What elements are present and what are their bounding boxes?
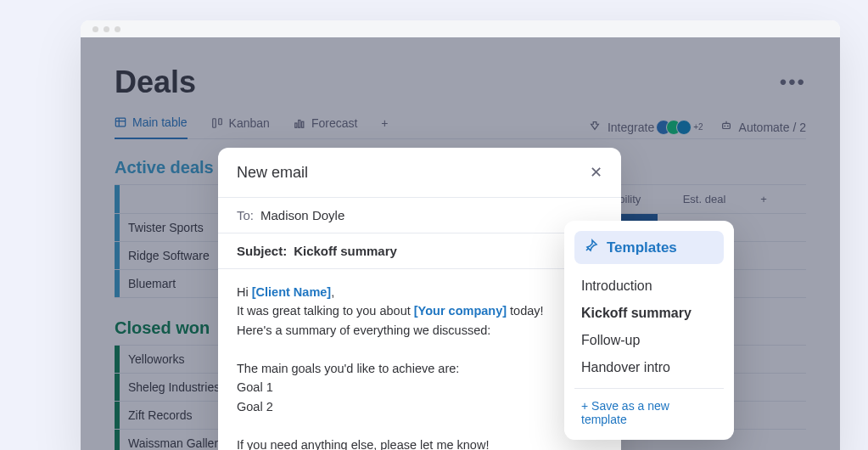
template-item[interactable]: Introduction: [574, 273, 724, 300]
templates-header[interactable]: Templates: [574, 231, 724, 264]
divider: [574, 388, 724, 389]
subject-label: Subject:: [237, 244, 287, 258]
body-text: Hi: [237, 285, 252, 299]
svg-rect-8: [722, 123, 730, 128]
to-value: Madison Doyle: [260, 208, 344, 222]
window-dot: [115, 26, 120, 32]
body-text: The main goals you'd like to achieve are…: [237, 362, 459, 375]
integrate-avatars: +2: [661, 120, 703, 135]
add-column-button[interactable]: +: [751, 185, 776, 213]
templates-panel: Templates Introduction Kickoff summary F…: [564, 221, 734, 440]
more-menu-button[interactable]: •••: [780, 70, 806, 94]
integrate-label: Integrate: [608, 121, 654, 134]
body-text: It was great talking to you about: [237, 304, 414, 318]
svg-line-12: [586, 248, 589, 250]
svg-rect-3: [212, 118, 216, 127]
window-dot: [92, 26, 98, 32]
page-title: Deals: [115, 65, 196, 100]
automate-button[interactable]: Automate / 2: [720, 120, 806, 134]
svg-rect-4: [218, 118, 221, 124]
tab-label: Forecast: [311, 116, 357, 130]
pin-icon: [585, 239, 598, 256]
body-text: ,: [331, 285, 334, 299]
window-dot: [104, 26, 109, 32]
template-item[interactable]: Follow-up: [574, 327, 724, 354]
svg-point-10: [726, 126, 728, 127]
templates-title: Templates: [607, 239, 677, 256]
tab-label: Kanban: [229, 116, 270, 130]
svg-rect-5: [295, 123, 297, 127]
kanban-icon: [211, 117, 223, 129]
tab-label: Main table: [132, 115, 188, 129]
svg-rect-7: [302, 121, 304, 127]
body-text: If you need anything else, please let me…: [237, 438, 489, 450]
email-modal-header: New email ✕: [218, 148, 621, 198]
email-body[interactable]: Hi [Client Name], It was great talking t…: [218, 269, 621, 450]
page-header: Deals •••: [115, 65, 806, 100]
body-text: Goal 2: [237, 400, 273, 413]
tabs-row: Main table Kanban Forecast +: [115, 115, 806, 139]
chart-icon: [294, 117, 305, 129]
avatar: [676, 120, 692, 135]
template-item[interactable]: Kickoff summary: [574, 300, 724, 327]
table-icon: [115, 116, 126, 128]
svg-rect-6: [299, 120, 300, 127]
add-tab-button[interactable]: +: [381, 116, 388, 138]
new-email-modal: New email ✕ To: Madison Doyle Subject: K…: [218, 148, 621, 450]
subject-value: Kickoff summary: [294, 244, 397, 258]
svg-rect-0: [115, 118, 125, 127]
integrate-icon: [589, 120, 601, 134]
template-item[interactable]: Handover intro: [574, 354, 724, 381]
placeholder-client-name: [Client Name]: [252, 285, 331, 299]
window-titlebar: [81, 20, 840, 37]
close-icon[interactable]: ✕: [590, 163, 602, 182]
body-text: Here's a summary of everything we discus…: [237, 323, 490, 337]
save-as-template-button[interactable]: + Save as a new template: [574, 396, 724, 430]
tab-forecast[interactable]: Forecast: [294, 116, 357, 138]
column-header-est-deal[interactable]: Est. deal: [658, 185, 751, 213]
avatar-overflow: +2: [693, 122, 703, 132]
email-subject-field[interactable]: Subject: Kickoff summary: [218, 233, 621, 269]
integrate-button[interactable]: Integrate +2: [589, 120, 703, 135]
body-text: today!: [507, 304, 544, 318]
body-text: Goal 1: [237, 380, 273, 394]
to-label: To:: [237, 208, 254, 222]
tab-main-table[interactable]: Main table: [115, 115, 188, 139]
email-to-field[interactable]: To: Madison Doyle: [218, 198, 621, 233]
robot-icon: [720, 120, 732, 134]
tab-kanban[interactable]: Kanban: [211, 116, 270, 138]
email-modal-title: New email: [237, 164, 308, 182]
svg-point-9: [724, 126, 725, 127]
placeholder-your-company: [Your company]: [414, 304, 507, 318]
automate-label: Automate / 2: [739, 121, 806, 134]
